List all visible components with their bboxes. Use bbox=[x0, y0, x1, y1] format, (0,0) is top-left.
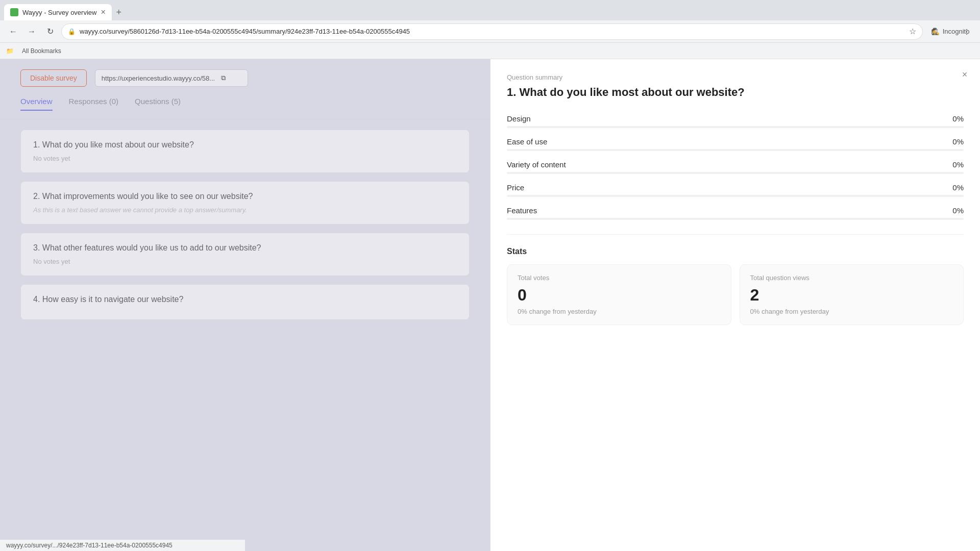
lock-icon: 🔒 bbox=[68, 28, 76, 35]
close-panel-button[interactable]: × bbox=[958, 67, 972, 82]
progress-bar-bg-ease-of-use bbox=[507, 149, 964, 151]
stat-value-votes: 0 bbox=[518, 286, 721, 305]
stat-label-views: Total question views bbox=[750, 274, 953, 282]
left-panel: Disable survey https://uxperiencestudio.… bbox=[0, 59, 490, 551]
stat-change-text-votes: change from yesterday bbox=[529, 308, 596, 315]
status-bar: wayyy.co/survey/.../924e23ff-7d13-11ee-b… bbox=[0, 540, 245, 551]
tab-bar: Wayyy - Survey overview × + bbox=[0, 0, 980, 20]
right-panel: × Question summary 1. What do you like m… bbox=[490, 59, 980, 551]
option-label-features: Features bbox=[507, 206, 537, 215]
overlay bbox=[0, 59, 490, 551]
option-pct-features: 0% bbox=[952, 206, 964, 215]
stat-card-votes: Total votes 0 0% change from yesterday bbox=[507, 264, 731, 325]
options-list: Design 0% Ease of use 0% bbox=[507, 114, 964, 220]
incognito-icon: 🕵 bbox=[932, 28, 940, 35]
option-label-variety: Variety of content bbox=[507, 160, 566, 169]
bookmarks-bar: 📁 All Bookmarks bbox=[0, 43, 980, 59]
active-tab[interactable]: Wayyy - Survey overview × bbox=[4, 4, 112, 20]
option-header-design: Design 0% bbox=[507, 114, 964, 123]
divider bbox=[507, 234, 964, 235]
stat-label-votes: Total votes bbox=[518, 274, 721, 282]
progress-bar-bg-features bbox=[507, 218, 964, 220]
question-summary-label: Question summary bbox=[507, 73, 964, 81]
stat-change-pct-votes: 0% bbox=[518, 308, 527, 315]
stat-change-pct-views: 0% bbox=[750, 308, 760, 315]
option-row-variety: Variety of content 0% bbox=[507, 160, 964, 174]
option-label-price: Price bbox=[507, 183, 524, 192]
all-bookmarks-item[interactable]: All Bookmarks bbox=[22, 47, 61, 55]
stat-change-votes: 0% change from yesterday bbox=[518, 308, 721, 315]
panel-content: Question summary 1. What do you like mos… bbox=[491, 59, 980, 339]
address-bar[interactable]: 🔒 wayyy.co/survey/5860126d-7d13-11ee-b54… bbox=[61, 23, 923, 40]
tab-favicon bbox=[10, 8, 18, 16]
stats-grid: Total votes 0 0% change from yesterday T… bbox=[507, 264, 964, 325]
nav-bar: ← → ↻ 🔒 wayyy.co/survey/5860126d-7d13-11… bbox=[0, 20, 980, 43]
back-button[interactable]: ← bbox=[6, 24, 20, 39]
progress-bar-bg-price bbox=[507, 195, 964, 197]
bookmark-star-icon[interactable]: ☆ bbox=[909, 27, 916, 36]
option-header-price: Price 0% bbox=[507, 183, 964, 192]
progress-bar-bg-variety bbox=[507, 172, 964, 174]
tab-close-button[interactable]: × bbox=[101, 8, 105, 17]
address-text: wayyy.co/survey/5860126d-7d13-11ee-b54a-… bbox=[80, 28, 905, 35]
option-label-design: Design bbox=[507, 114, 531, 123]
stats-title: Stats bbox=[507, 247, 964, 256]
option-pct-design: 0% bbox=[952, 114, 964, 123]
stat-change-text-views: change from yesterday bbox=[762, 308, 829, 315]
option-row-ease-of-use: Ease of use 0% bbox=[507, 137, 964, 151]
option-pct-ease-of-use: 0% bbox=[952, 137, 964, 146]
reload-button[interactable]: ↻ bbox=[43, 24, 57, 39]
tab-title: Wayyy - Survey overview bbox=[22, 9, 96, 16]
option-row-design: Design 0% bbox=[507, 114, 964, 128]
browser-chrome: Wayyy - Survey overview × + ← → ↻ 🔒 wayy… bbox=[0, 0, 980, 59]
incognito-indicator: 🕵 Incognito bbox=[943, 24, 958, 39]
option-row-price: Price 0% bbox=[507, 183, 964, 197]
option-pct-price: 0% bbox=[952, 183, 964, 192]
menu-button[interactable]: ⋮ bbox=[960, 24, 974, 39]
option-pct-variety: 0% bbox=[952, 160, 964, 169]
progress-bar-bg-design bbox=[507, 126, 964, 128]
option-row-features: Features 0% bbox=[507, 206, 964, 220]
main-content: Disable survey https://uxperiencestudio.… bbox=[0, 59, 980, 551]
stat-value-views: 2 bbox=[750, 286, 953, 305]
stat-card-views: Total question views 2 0% change from ye… bbox=[740, 264, 964, 325]
option-header-variety: Variety of content 0% bbox=[507, 160, 964, 169]
panel-question-title: 1. What do you like most about our websi… bbox=[507, 85, 964, 100]
status-url: wayyy.co/survey/.../924e23ff-7d13-11ee-b… bbox=[6, 542, 173, 549]
option-label-ease-of-use: Ease of use bbox=[507, 137, 547, 146]
stat-change-views: 0% change from yesterday bbox=[750, 308, 953, 315]
option-header-ease-of-use: Ease of use 0% bbox=[507, 137, 964, 146]
nav-actions: ⊞ 🕵 Incognito ⋮ bbox=[927, 24, 974, 39]
forward-button[interactable]: → bbox=[24, 24, 39, 39]
option-header-features: Features 0% bbox=[507, 206, 964, 215]
new-tab-button[interactable]: + bbox=[112, 5, 126, 19]
bookmarks-folder-icon: 📁 bbox=[6, 47, 14, 55]
